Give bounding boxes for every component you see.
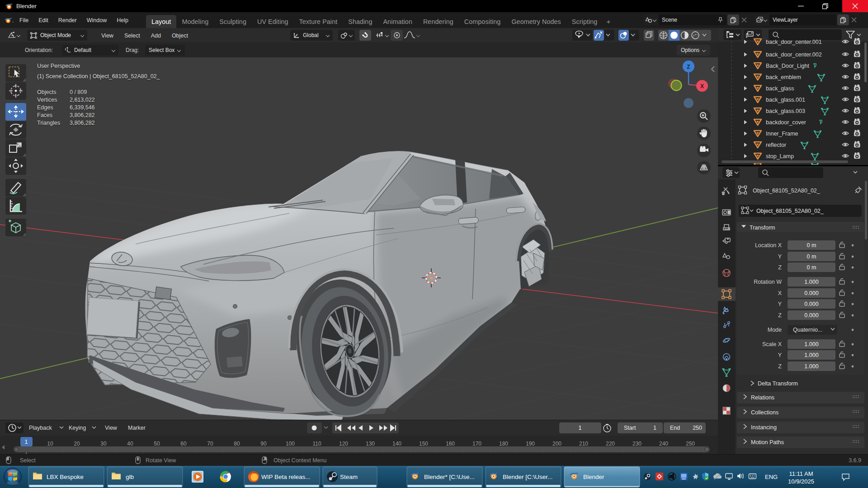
svg-text:Object_68105_52A80_02_: Object_68105_52A80_02_	[756, 208, 824, 214]
svg-text:220: 220	[606, 441, 615, 447]
svg-text:1: 1	[579, 425, 582, 431]
svg-text:Marker: Marker	[128, 425, 146, 431]
svg-text:X: X	[700, 83, 704, 89]
svg-text:90: 90	[260, 441, 267, 447]
svg-text:1: 1	[25, 439, 28, 445]
svg-text:Scale X: Scale X	[762, 341, 782, 347]
svg-text:1.000: 1.000	[804, 363, 818, 370]
svg-text:Rotate View: Rotate View	[146, 457, 176, 464]
svg-text:back_door_center.002: back_door_center.002	[766, 52, 822, 58]
svg-text:back_glass.001: back_glass.001	[766, 97, 805, 103]
svg-text:Z: Z	[778, 312, 782, 319]
svg-text:0 m: 0 m	[807, 242, 816, 249]
svg-text:190: 190	[526, 441, 535, 447]
svg-text:Blender: Blender	[583, 474, 604, 480]
svg-text:160: 160	[446, 441, 455, 447]
svg-text:230: 230	[632, 441, 642, 447]
svg-text:110: 110	[312, 441, 321, 447]
svg-text:Object Context Menu: Object Context Menu	[274, 457, 326, 464]
svg-text:11:11 AM: 11:11 AM	[789, 470, 813, 477]
svg-text:LBX Bespoke: LBX Bespoke	[47, 474, 84, 480]
svg-text:Keying: Keying	[69, 425, 86, 431]
svg-text:50: 50	[154, 441, 160, 447]
svg-text:WIP Beta releas...: WIP Beta releas...	[261, 474, 311, 480]
svg-text:reflector: reflector	[766, 142, 786, 148]
svg-text:Y: Y	[778, 352, 782, 358]
svg-text:0.000: 0.000	[804, 312, 818, 319]
svg-text:100: 100	[286, 441, 295, 447]
svg-text:Y: Y	[778, 253, 782, 260]
svg-text:Z: Z	[687, 64, 690, 70]
svg-text:Steam: Steam	[340, 474, 358, 480]
svg-text:Playback: Playback	[29, 425, 52, 431]
svg-text:Blender [C:\User...: Blender [C:\User...	[503, 474, 552, 480]
svg-text:20: 20	[74, 441, 80, 447]
svg-text:180: 180	[499, 441, 508, 447]
svg-text:Y: Y	[778, 301, 782, 307]
svg-text:ENG: ENG	[765, 474, 778, 480]
svg-text:End: End	[670, 425, 680, 431]
svg-text:backdoor_cover: backdoor_cover	[766, 119, 806, 126]
svg-text:40: 40	[127, 441, 133, 447]
svg-text:150: 150	[419, 441, 428, 447]
svg-text:stop_Lamp: stop_Lamp	[766, 153, 794, 160]
svg-text:Start: Start	[624, 425, 636, 431]
svg-text:10/9/2025: 10/9/2025	[788, 478, 814, 485]
svg-text:250: 250	[693, 425, 702, 431]
svg-text:Object_68105_52A80_02_: Object_68105_52A80_02_	[753, 188, 821, 194]
svg-text:1.000: 1.000	[804, 279, 818, 285]
svg-text:3.6.9: 3.6.9	[849, 457, 861, 464]
svg-text:Mode: Mode	[768, 327, 782, 333]
svg-text:250: 250	[686, 441, 695, 447]
svg-text:30: 30	[100, 441, 107, 447]
svg-text:0 m: 0 m	[807, 253, 816, 260]
svg-text:130: 130	[366, 441, 375, 447]
svg-text:240: 240	[659, 441, 668, 447]
svg-text:Delta Transform: Delta Transform	[758, 380, 798, 387]
svg-text:Transform: Transform	[750, 225, 775, 231]
svg-text:back_glass: back_glass	[766, 85, 794, 92]
svg-text:120: 120	[339, 441, 348, 447]
svg-text:Z: Z	[778, 264, 782, 271]
svg-text:X: X	[778, 290, 782, 296]
svg-text:70: 70	[207, 441, 213, 447]
svg-text:200: 200	[552, 441, 561, 447]
svg-text:0.000: 0.000	[804, 301, 818, 307]
svg-text:Select: Select	[20, 457, 36, 464]
svg-text:1.000: 1.000	[804, 352, 818, 358]
svg-text:Quaternio...: Quaternio...	[793, 327, 822, 333]
svg-text:170: 170	[472, 441, 481, 447]
svg-text:back_glass.003: back_glass.003	[766, 108, 805, 114]
svg-text:Blender* [C:\Use...: Blender* [C:\Use...	[424, 474, 475, 480]
svg-text:0 m: 0 m	[807, 264, 816, 271]
svg-text:80: 80	[234, 441, 240, 447]
svg-text:Instancing: Instancing	[751, 424, 777, 431]
svg-text:140: 140	[392, 441, 401, 447]
svg-text:60: 60	[180, 441, 187, 447]
svg-text:1: 1	[653, 425, 656, 431]
svg-text:210: 210	[579, 441, 588, 447]
svg-text:Rotation W: Rotation W	[754, 279, 782, 285]
svg-text:Back_Door_Light: Back_Door_Light	[766, 63, 809, 69]
svg-text:10: 10	[47, 441, 53, 447]
svg-text:Relations: Relations	[751, 394, 774, 401]
svg-text:glb: glb	[126, 474, 134, 480]
svg-text:Collections: Collections	[751, 409, 778, 416]
svg-text:Location X: Location X	[755, 242, 782, 249]
svg-text:Inner_Frame: Inner_Frame	[766, 131, 798, 137]
svg-text:back_door_center.001: back_door_center.001	[766, 39, 822, 45]
svg-text:0.000: 0.000	[804, 290, 818, 296]
svg-text:Z: Z	[778, 363, 782, 370]
svg-text:Motion Paths: Motion Paths	[751, 439, 784, 446]
svg-text:View: View	[105, 425, 118, 431]
svg-text:back_emblem: back_emblem	[766, 74, 801, 80]
svg-text:1.000: 1.000	[804, 341, 818, 347]
